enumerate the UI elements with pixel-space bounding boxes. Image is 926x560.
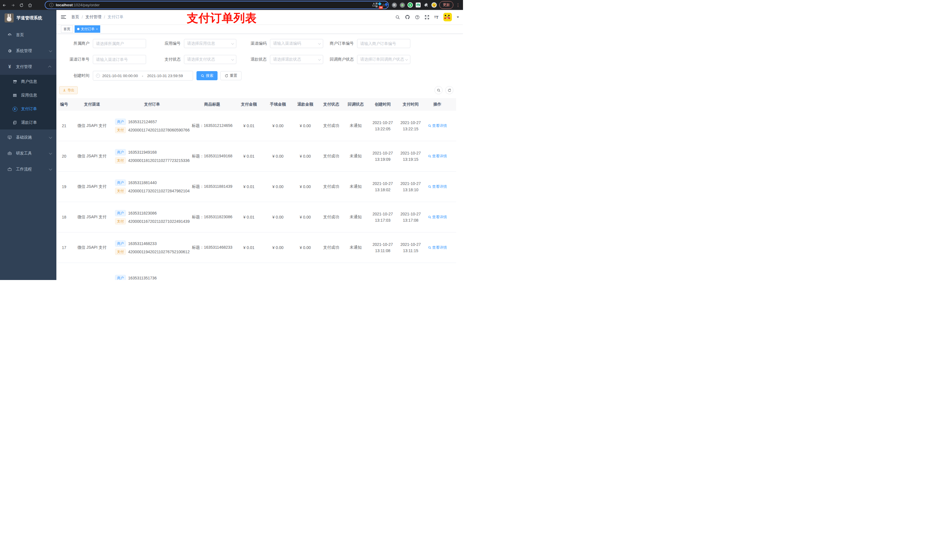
column-header-1: 支付渠道: [71, 102, 113, 107]
sidebar-subitem-2-3[interactable]: 退款订单: [0, 116, 56, 130]
cell-action: 查看详情: [424, 184, 451, 189]
cell-status: 支付成功: [319, 245, 343, 250]
refresh-table-button[interactable]: [445, 86, 453, 94]
filter-select[interactable]: 请选择退款状态: [270, 55, 323, 64]
filter-select[interactable]: 请选择订单回调商户状态: [357, 55, 410, 64]
view-detail-link[interactable]: 查看详情: [428, 123, 447, 128]
back-icon[interactable]: [0, 3, 9, 8]
filter-input[interactable]: [93, 39, 146, 48]
view-detail-link[interactable]: 查看详情: [428, 245, 447, 250]
cell-fee: ¥ 0.00: [264, 124, 292, 128]
sidebar-item-5[interactable]: 工作流程: [0, 162, 56, 177]
chrome-menu-icon[interactable]: ⋮: [456, 3, 461, 8]
merchant-order-no: 1635311468233: [128, 241, 157, 246]
column-header-11: 操作: [424, 102, 451, 107]
extension-y-icon[interactable]: y: [407, 2, 413, 8]
show-search-toggle-button[interactable]: [434, 86, 442, 94]
table-toolbar: 导出: [59, 86, 456, 94]
sidebar-item-2[interactable]: ¥支付管理: [0, 59, 56, 75]
breadcrumb-item-0[interactable]: 首页: [71, 15, 79, 20]
extensions-row: 10 ⌘ y 更新 ⋮: [375, 0, 461, 10]
filter-label: 商户订单编号: [324, 41, 357, 46]
cell-fee: ¥ 0.00: [264, 154, 292, 158]
table-row: 18微信 JSAPI 支付商户1635311823086支付4200001167…: [57, 202, 456, 232]
forward-icon[interactable]: [9, 3, 17, 8]
filter-select[interactable]: 请输入渠道编码: [270, 39, 323, 48]
pay-tag: 支付: [115, 188, 126, 194]
sidebar-subitem-2-2[interactable]: ¥支付订单: [0, 102, 56, 116]
view-detail-link[interactable]: 查看详情: [428, 184, 447, 189]
search-icon[interactable]: [395, 15, 400, 20]
breadcrumb-item-1[interactable]: 支付管理: [85, 15, 101, 20]
avatar-caret-icon[interactable]: [457, 17, 459, 18]
tab-0[interactable]: 首页: [61, 25, 73, 33]
extension-chat-icon[interactable]: [415, 2, 421, 8]
home-icon[interactable]: [26, 3, 34, 8]
view-detail-link[interactable]: 查看详情: [428, 154, 447, 159]
cell-amount: ¥ 0.01: [233, 154, 264, 158]
filter-select[interactable]: 请选择应用信息: [184, 39, 236, 48]
filter-input[interactable]: [93, 55, 146, 64]
sidebar-item-1[interactable]: 系统管理: [0, 43, 56, 59]
cell-notify: 未通知: [343, 245, 368, 250]
cell-status: 支付成功: [319, 184, 343, 189]
extensions-puzzle-icon[interactable]: [424, 2, 429, 8]
extension-command-icon[interactable]: ⌘: [392, 2, 397, 8]
collapse-sidebar-icon[interactable]: [61, 15, 66, 20]
merchant-tag: 商户: [115, 240, 126, 247]
help-icon[interactable]: [415, 15, 420, 20]
sidebar-item-3[interactable]: 基础设施: [0, 130, 56, 145]
chrome-update-button[interactable]: 更新: [439, 1, 453, 9]
view-detail-link[interactable]: 查看详情: [428, 214, 447, 220]
address-bar[interactable]: i localhost:1024/pay/order ☆: [45, 1, 389, 9]
profile-avatar-icon[interactable]: [431, 2, 437, 8]
sidebar-subitem-2-0[interactable]: 商户信息: [0, 75, 56, 89]
font-size-icon[interactable]: TT: [434, 15, 439, 20]
column-header-6: 退款金额: [292, 102, 319, 107]
search-button[interactable]: 搜索: [197, 71, 218, 80]
cell-action: 查看详情: [424, 123, 451, 128]
filter-input[interactable]: [357, 39, 410, 48]
github-icon[interactable]: [405, 15, 410, 20]
tab-label: 支付订单: [81, 26, 95, 32]
select-placeholder: 请输入渠道编码: [273, 41, 318, 46]
extension-gem-icon[interactable]: [384, 2, 389, 8]
cell-id: 20: [57, 154, 71, 158]
extension-record-icon[interactable]: [399, 2, 405, 8]
export-button[interactable]: 导出: [59, 86, 78, 94]
chevron-down-icon: [49, 167, 52, 171]
chevron-down-icon: [49, 136, 52, 139]
cell-fee: ¥ 0.00: [264, 184, 292, 189]
extension-diamond-icon[interactable]: 10: [375, 2, 381, 8]
app-logo[interactable]: 芋道管理系统: [0, 10, 56, 26]
gear-icon: [6, 49, 13, 53]
merchant-order-no: 1635311949168: [128, 150, 157, 154]
sidebar-item-0[interactable]: 首页: [0, 27, 56, 43]
site-info-icon[interactable]: i: [49, 3, 53, 7]
tab-1[interactable]: 支付订单×: [75, 25, 100, 33]
cell-fee: ¥ 0.00: [264, 245, 292, 250]
merchant-tag: 商户: [115, 275, 126, 280]
user-avatar[interactable]: [443, 13, 452, 21]
filter-field-1-1: 支付状态请选择支付状态: [151, 55, 236, 64]
select-placeholder: 请选择应用信息: [187, 41, 231, 46]
filter-text-input[interactable]: [96, 57, 143, 62]
reset-button[interactable]: 重置: [220, 71, 242, 80]
tab-close-icon[interactable]: ×: [96, 26, 98, 32]
cell-pay-order: 商户1635312124657支付42000011742021102780605…: [113, 117, 191, 135]
sidebar-item-4[interactable]: 研发工具: [0, 145, 56, 162]
briefcase-icon: [6, 167, 13, 172]
column-header-8: 回调状态: [343, 102, 368, 107]
sidebar-subitem-2-1[interactable]: 应用信息: [0, 89, 56, 102]
filter-select[interactable]: 请选择支付状态: [184, 55, 236, 64]
logo-image: [5, 14, 14, 23]
filter-field-1-2: 退款状态请选择退款状态: [236, 55, 324, 64]
filter-field-1-0: 渠道订单号: [59, 55, 151, 64]
filter-text-input[interactable]: [360, 41, 407, 46]
reload-icon[interactable]: [17, 3, 26, 8]
date-range-input[interactable]: 2021-10-01 00:00:00 - 2021-10-31 23:59:5…: [93, 71, 193, 80]
fullscreen-icon[interactable]: [425, 15, 430, 20]
cell-id: 18: [57, 215, 71, 219]
filter-text-input[interactable]: [96, 41, 143, 46]
cell-notify: 未通知: [343, 154, 368, 159]
